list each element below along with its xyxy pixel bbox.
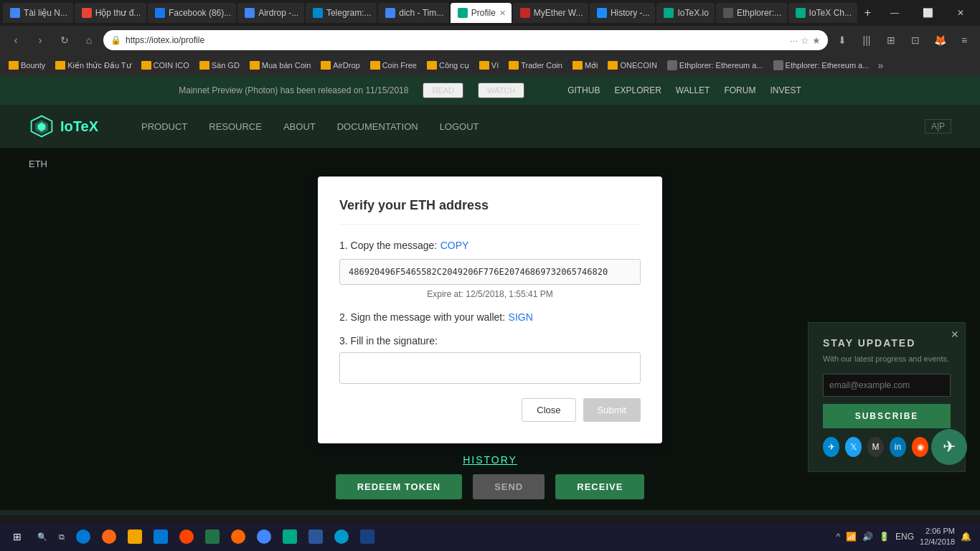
lang-indicator[interactable]: ENG: [895, 532, 914, 542]
screenshot-icon[interactable]: ⊡: [905, 30, 925, 50]
battery-icon[interactable]: 🔋: [879, 532, 890, 542]
bookmark-coinico[interactable]: COIN ICO: [137, 60, 194, 71]
new-tab-button[interactable]: +: [859, 6, 877, 19]
taskbar-app6[interactable]: [251, 524, 277, 550]
taskbar-search[interactable]: 🔍: [32, 524, 53, 550]
refresh-button[interactable]: ↻: [55, 30, 75, 50]
taskbar-app8[interactable]: [329, 524, 354, 550]
tray-chevron-icon[interactable]: ^: [836, 532, 840, 542]
bookmarks-overflow-button[interactable]: »: [877, 60, 883, 71]
nav-about[interactable]: ABOUT: [283, 121, 316, 132]
forum-link[interactable]: FORUM: [724, 85, 755, 95]
bookmark-muaban[interactable]: Mua bán Coin: [245, 60, 316, 71]
history-link[interactable]: HISTORY: [463, 454, 517, 466]
nav-documentation[interactable]: DOCUMENTATION: [337, 121, 418, 132]
watch-button[interactable]: WATCH: [478, 83, 524, 98]
close-button[interactable]: Close: [522, 398, 575, 422]
wallet-link[interactable]: WALLET: [676, 85, 710, 95]
telegram-icon[interactable]: ✈: [823, 437, 839, 457]
sound-icon[interactable]: 🔊: [862, 532, 873, 542]
tab-2[interactable]: Hộp thư đ...: [75, 3, 146, 23]
taskbar-explorer[interactable]: [122, 524, 148, 550]
tab-12[interactable]: IoTeX Ch...: [788, 3, 857, 23]
bookmark-star-icon[interactable]: ☆: [801, 35, 809, 46]
notification-icon[interactable]: 🔔: [961, 532, 971, 542]
chat-button[interactable]: ✈: [931, 429, 967, 465]
tab-1[interactable]: Tài liệu N...: [3, 3, 73, 23]
sign-button[interactable]: SIGN: [509, 311, 533, 323]
twitter-icon[interactable]: 𝕏: [845, 437, 862, 457]
taskbar-app9[interactable]: [354, 524, 380, 550]
close-panel-icon[interactable]: ✕: [951, 329, 959, 340]
tab-11[interactable]: Ethplorer:...: [716, 3, 787, 23]
bookmark-bounty[interactable]: Bounty: [4, 60, 50, 71]
tab-7-active[interactable]: Profile ✕: [451, 3, 512, 23]
medium-icon[interactable]: M: [867, 437, 884, 457]
tab-8[interactable]: MyEther W...: [513, 3, 588, 23]
taskbar-edge[interactable]: [70, 524, 96, 550]
bookmark-tradercoin[interactable]: Trader Coin: [504, 60, 567, 71]
iotex-logo[interactable]: IoTeX: [29, 113, 98, 139]
taskbar-store[interactable]: [148, 524, 174, 550]
taskbar-app5[interactable]: [225, 524, 251, 550]
nav-lang[interactable]: A|P: [925, 119, 951, 133]
submit-button[interactable]: Submit: [583, 398, 641, 422]
tab-6[interactable]: dich - Tim...: [378, 3, 449, 23]
nav-resource[interactable]: RESOURCE: [209, 121, 262, 132]
github-link[interactable]: GITHUB: [567, 85, 600, 95]
taskbar-excel[interactable]: [199, 524, 225, 550]
home-button[interactable]: ⌂: [79, 30, 99, 50]
bookmark-congcu[interactable]: Công cụ: [423, 60, 473, 72]
taskbar-firefox2[interactable]: [174, 524, 199, 550]
read-button[interactable]: READ: [423, 83, 463, 98]
minimize-button[interactable]: —: [878, 0, 911, 26]
email-input[interactable]: [823, 374, 951, 397]
nav-product[interactable]: PRODUCT: [141, 121, 187, 132]
download-icon[interactable]: ⬇: [832, 30, 852, 50]
menu-button[interactable]: ≡: [954, 30, 974, 50]
tab-4[interactable]: Airdrop -...: [237, 3, 304, 23]
network-icon[interactable]: 📶: [846, 532, 857, 542]
taskbar-iotex[interactable]: [277, 524, 303, 550]
bookmark-moi[interactable]: Mới: [568, 60, 603, 72]
taskbar-task-view[interactable]: ⧉: [53, 524, 70, 550]
bookmark-ethplorer2[interactable]: Ethplorer: Ethereum a...: [769, 59, 874, 72]
bookmark-onecoin[interactable]: ONECOIN: [603, 60, 661, 71]
tab-3[interactable]: Facebook (86)...: [148, 3, 236, 23]
back-button[interactable]: ‹: [6, 30, 26, 50]
taskbar-word[interactable]: [303, 524, 329, 550]
taskbar-firefox[interactable]: [96, 524, 122, 550]
tab-9[interactable]: History -...: [590, 3, 656, 23]
bookmark-sangd[interactable]: Sàn GD: [195, 60, 244, 71]
receive-button[interactable]: RECEIVE: [555, 474, 644, 499]
copy-button[interactable]: COPY: [440, 240, 469, 251]
bookmark-vi[interactable]: Ví: [475, 60, 503, 71]
address-bar[interactable]: 🔒 https://iotex.io/profile ··· ☆ ★: [103, 30, 828, 50]
system-clock[interactable]: 2:06 PM 12/4/2018: [920, 526, 955, 548]
bookmark-coinfree[interactable]: Coin Free: [366, 60, 421, 71]
bookmark-kienthuc[interactable]: Kiến thức Đầu Tư: [51, 60, 135, 72]
redeem-token-button[interactable]: REDEEM TOKEN: [336, 474, 463, 499]
bookmark-airdrop[interactable]: AirDrop: [316, 60, 364, 71]
close-tab-icon[interactable]: ✕: [499, 9, 506, 18]
explorer-link[interactable]: EXPLORER: [614, 85, 661, 95]
nav-logout[interactable]: LOGOUT: [440, 121, 479, 132]
split-view-icon[interactable]: ⊞: [881, 30, 901, 50]
tab-5[interactable]: Telegram:...: [306, 3, 377, 23]
tab-10[interactable]: IoTeX.io: [656, 3, 715, 23]
start-button[interactable]: ⊞: [3, 522, 32, 551]
linkedin-icon[interactable]: in: [890, 437, 906, 457]
signature-input[interactable]: [339, 352, 641, 384]
more-icon[interactable]: ···: [790, 35, 798, 46]
invest-link[interactable]: INVEST: [770, 85, 801, 95]
history-icon[interactable]: |||: [857, 30, 877, 50]
reddit-icon[interactable]: ◉: [912, 437, 928, 457]
bookmark-ethplorer1[interactable]: Ethplorer: Ethereum a...: [663, 59, 768, 72]
fox-icon[interactable]: 🦊: [930, 30, 950, 50]
subscribe-button[interactable]: SUBSCRIBE: [823, 404, 951, 428]
maximize-button[interactable]: ⬜: [911, 0, 944, 26]
send-button[interactable]: SEND: [473, 474, 545, 499]
close-window-button[interactable]: ✕: [944, 0, 977, 26]
forward-button[interactable]: ›: [30, 30, 50, 50]
extension-icon[interactable]: ★: [812, 35, 821, 46]
